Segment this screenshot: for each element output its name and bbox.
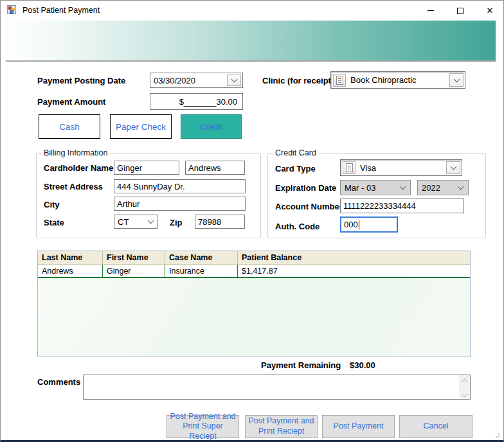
card-type-value: Visa	[356, 163, 445, 173]
comments-scrollbar[interactable]	[459, 375, 470, 399]
expiration-year-value: 2022	[418, 183, 453, 193]
auth-code-label: Auth. Code	[275, 222, 320, 231]
chevron-down-icon[interactable]	[453, 186, 468, 189]
post-payment-print-receipt-label: Post Payment and Print Reciept	[247, 416, 316, 436]
table-row[interactable]: Andrews Ginger Insurance $1,417.87	[38, 265, 470, 278]
cardholder-last-name-value: Andrews	[188, 163, 221, 173]
chevron-down-icon[interactable]	[446, 161, 460, 174]
cardholder-name-label: Cardholder Name	[44, 163, 113, 173]
scroll-up-icon[interactable]	[462, 379, 468, 385]
column-header[interactable]: Last Name	[38, 251, 103, 264]
text-cursor	[359, 220, 359, 229]
close-icon: ✕	[487, 6, 494, 15]
cardholder-first-name-field[interactable]: Ginger	[114, 161, 179, 175]
credit-button-label: Credit	[199, 122, 222, 132]
state-value: CT	[114, 217, 144, 227]
expiration-month-value: Mar - 03	[341, 183, 395, 193]
comments-label: Comments	[37, 377, 80, 387]
cardholder-first-name-value: Ginger	[117, 163, 142, 173]
state-dropdown[interactable]: CT	[114, 215, 158, 229]
billing-group-label: Billing Information	[41, 148, 110, 157]
credit-button[interactable]: Credit	[181, 114, 242, 139]
expiration-year-dropdown[interactable]: 2022	[417, 180, 469, 195]
clinic-dropdown[interactable]: Book Chiropractic	[330, 71, 465, 89]
auth-code-value: 000	[344, 220, 358, 229]
comments-field[interactable]	[83, 375, 471, 400]
grid-header-row: Last Name First Name Case Name Patient B…	[38, 251, 470, 265]
maximize-button[interactable]	[446, 1, 475, 21]
zip-field[interactable]: 78988	[195, 215, 245, 229]
account-number-value: 1111222233334444	[343, 201, 416, 211]
close-button[interactable]: ✕	[475, 1, 504, 21]
cancel-button[interactable]: Cancel	[399, 415, 473, 438]
window-title: Post Patient Payment	[22, 1, 100, 21]
clinic-value: Book Chiropractic	[346, 75, 448, 85]
paper-check-button[interactable]: Paper Check	[110, 114, 172, 139]
payment-remaining-label: Payment Remaining	[261, 360, 341, 370]
card-type-dropdown[interactable]: Visa	[340, 159, 462, 176]
zip-label: Zip	[170, 218, 183, 227]
street-address-label: Street Address	[44, 182, 103, 191]
city-value: Arthur	[117, 199, 140, 209]
account-number-label: Account Number	[275, 202, 343, 211]
column-header[interactable]: Patient Balance	[238, 251, 470, 264]
post-payment-print-receipt-button[interactable]: Post Payment and Print Reciept	[245, 415, 318, 438]
column-header[interactable]: Case Name	[165, 251, 238, 264]
post-payment-super-receipt-button[interactable]: Post Payment and Print Super Reciept	[166, 415, 239, 438]
payment-amount-label: Payment Amount	[37, 97, 105, 107]
posting-date-label: Payment Posting Date	[37, 76, 125, 85]
cell-case-name: Insurance	[165, 265, 238, 277]
expiration-date-label: Expiration Date	[275, 183, 336, 193]
chevron-down-icon[interactable]	[227, 75, 241, 86]
cardholder-last-name-field[interactable]: Andrews	[185, 161, 245, 175]
expiration-month-dropdown[interactable]: Mar - 03	[340, 180, 411, 195]
chevron-down-icon[interactable]	[144, 220, 157, 223]
post-patient-payment-window: Post Patient Payment ✕ Payment Posting D…	[0, 0, 504, 442]
street-address-field[interactable]: 444 SunnyDay Dr.	[114, 179, 246, 193]
chevron-down-icon[interactable]	[395, 186, 410, 189]
cell-patient-balance: $1,417.87	[238, 265, 470, 277]
credit-card-group-label: Credit Card	[273, 148, 319, 157]
paper-check-button-label: Paper Check	[116, 122, 166, 132]
post-payment-button[interactable]: Post Payment	[322, 415, 395, 438]
title-bar: Post Patient Payment ✕	[1, 1, 503, 21]
cash-button[interactable]: Cash	[39, 114, 100, 139]
header-banner	[6, 21, 496, 62]
column-header[interactable]: First Name	[103, 251, 165, 264]
posting-date-dropdown[interactable]: 03/30/2020	[150, 73, 243, 88]
zip-value: 78988	[198, 217, 221, 227]
resize-grip[interactable]	[493, 431, 500, 438]
minimize-icon	[428, 10, 434, 11]
minimize-button[interactable]	[416, 1, 446, 21]
payment-amount-field[interactable]: $_______30.00	[150, 93, 243, 110]
payment-remaining-value: $30.00	[350, 360, 375, 370]
city-field[interactable]: Arthur	[114, 197, 246, 211]
patient-grid: Last Name First Name Case Name Patient B…	[37, 251, 471, 357]
document-icon	[333, 74, 346, 87]
cash-button-label: Cash	[59, 122, 80, 132]
clinic-label: Clinic (for receipt)	[262, 76, 334, 85]
account-number-field[interactable]: 1111222233334444	[340, 199, 464, 213]
auth-code-field[interactable]: 000	[340, 217, 398, 233]
document-icon	[343, 161, 356, 174]
cancel-label: Cancel	[424, 421, 449, 432]
card-type-label: Card Type	[275, 164, 316, 173]
city-label: City	[44, 200, 60, 209]
chevron-down-icon[interactable]	[449, 73, 464, 87]
app-icon	[7, 5, 17, 15]
post-payment-label: Post Payment	[334, 421, 384, 432]
state-label: State	[44, 218, 64, 227]
scroll-down-icon[interactable]	[462, 391, 468, 398]
post-payment-super-receipt-label: Post Payment and Print Super Reciept	[168, 412, 237, 442]
payment-amount-value: $_______30.00	[179, 97, 237, 107]
cell-first-name: Ginger	[103, 265, 165, 277]
street-address-value: 444 SunnyDay Dr.	[117, 182, 185, 191]
posting-date-value: 03/30/2020	[150, 76, 226, 85]
cell-last-name: Andrews	[38, 265, 103, 277]
comments-value	[84, 375, 459, 399]
maximize-icon	[457, 8, 464, 14]
